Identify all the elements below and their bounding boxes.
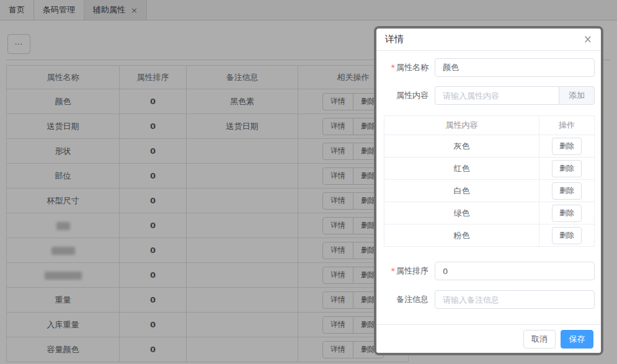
modal-footer: 取消 保存 [376, 324, 601, 353]
attr-order-label: *属性排序 [384, 265, 428, 277]
attr-content-row: 灰色删除 [384, 135, 595, 158]
delete-button[interactable]: 删除 [552, 160, 582, 177]
attr-content-input[interactable] [435, 86, 559, 105]
attr-content-field-row: 属性内容 添加 [384, 86, 595, 105]
attr-content-action-cell: 删除 [539, 180, 595, 202]
delete-button[interactable]: 删除 [552, 182, 582, 200]
modal-header: 详情 × [376, 29, 601, 51]
attr-order-input[interactable] [435, 262, 595, 280]
attr-content-row: 绿色删除 [384, 202, 595, 224]
attr-content-table-header: 属性内容操作 [384, 116, 595, 135]
attr-content-table: 属性内容操作 灰色删除红色删除白色删除绿色删除粉色删除 [384, 115, 595, 247]
attr-content-input-group: 添加 [435, 86, 595, 105]
attr-content-action-cell: 删除 [539, 158, 595, 180]
add-button[interactable]: 添加 [559, 86, 595, 105]
attr-content-value-cell: 绿色 [384, 202, 539, 224]
save-button[interactable]: 保存 [561, 330, 593, 348]
attr-content-value-cell: 粉色 [384, 224, 539, 247]
column-header: 操作 [539, 116, 595, 135]
remark-field-row: 备注信息 [384, 290, 595, 309]
close-icon[interactable]: × [584, 34, 592, 45]
attr-content-action-cell: 删除 [539, 202, 595, 224]
required-mark: * [391, 63, 396, 72]
delete-button[interactable]: 删除 [552, 205, 582, 222]
attr-content-action-cell: 删除 [539, 224, 595, 247]
attr-content-value-cell: 红色 [384, 158, 539, 180]
cancel-button[interactable]: 取消 [523, 330, 556, 348]
attr-content-row: 红色删除 [384, 158, 595, 180]
attr-content-row: 粉色删除 [384, 224, 595, 247]
modal-body: *属性名称 属性内容 添加 属性内容操作 灰色删除红色删除白色删除绿色删除粉色删… [376, 51, 601, 309]
attr-content-value-cell: 白色 [384, 180, 539, 202]
attr-name-field-row: *属性名称 [384, 58, 595, 77]
attr-name-label: *属性名称 [384, 62, 428, 73]
detail-modal: 详情 × *属性名称 属性内容 添加 属性内容操作 灰色删除红色删除白色删除绿色… [374, 26, 603, 355]
attr-content-action-cell: 删除 [539, 135, 595, 158]
attr-name-input[interactable] [435, 58, 595, 77]
attr-content-label: 属性内容 [384, 90, 428, 101]
modal-title: 详情 [385, 33, 404, 45]
delete-button[interactable]: 删除 [552, 138, 582, 155]
delete-button[interactable]: 删除 [552, 227, 582, 244]
attr-content-row: 白色删除 [384, 180, 595, 202]
attr-order-field-row: *属性排序 [384, 262, 595, 280]
attr-content-value-cell: 灰色 [384, 135, 539, 158]
remark-input[interactable] [435, 290, 595, 309]
remark-label: 备注信息 [384, 294, 428, 305]
column-header: 属性内容 [384, 116, 539, 135]
required-mark: * [391, 266, 396, 275]
